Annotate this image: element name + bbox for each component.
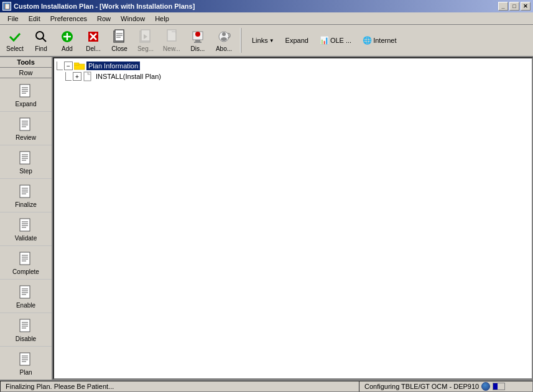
status-left-text: Finalizing Plan. Please Be Patient... xyxy=(6,383,114,390)
review-item-icon xyxy=(17,116,35,133)
menu-preferences[interactable]: Preferences xyxy=(45,14,92,24)
minimize-button[interactable]: _ xyxy=(498,2,508,11)
toolbar-right-buttons: Links ▼ Expand 📊 OLE ... 🌐 Internet xyxy=(248,34,401,47)
tree-root-label[interactable]: Plan Information xyxy=(86,62,140,70)
select-icon xyxy=(7,29,22,44)
svg-point-21 xyxy=(222,32,226,36)
add-label: Add xyxy=(62,45,73,52)
child-doc-icon xyxy=(83,71,93,81)
window-controls: _ □ ✕ xyxy=(498,2,531,11)
status-bar: Finalizing Plan. Please Be Patient... Co… xyxy=(0,380,533,392)
disable-item-label: Disable xyxy=(16,335,36,342)
toolbar-seg-button: Seg... xyxy=(133,26,158,55)
sidebar-item-plan[interactable]: Plan xyxy=(0,347,52,380)
sidebar-tools-header: Tools xyxy=(0,57,52,68)
toolbar-abo-button[interactable]: Abo... xyxy=(211,26,236,55)
expand-item-icon xyxy=(17,82,35,99)
abo-label: Abo... xyxy=(216,45,232,52)
internet-label: Internet xyxy=(373,37,396,44)
svg-rect-38 xyxy=(20,185,30,198)
svg-rect-48 xyxy=(20,252,30,265)
validate-item-label: Validate xyxy=(15,235,37,242)
close-icon xyxy=(112,29,127,44)
seg-label: Seg... xyxy=(137,45,154,52)
sidebar-item-enable[interactable]: Enable xyxy=(0,280,52,313)
svg-point-17 xyxy=(195,32,200,37)
tree-child-connector xyxy=(65,72,72,81)
complete-item-label: Complete xyxy=(12,268,39,275)
tree-root-node[interactable]: − Plan Information xyxy=(57,61,529,71)
maximize-button[interactable]: □ xyxy=(509,2,519,11)
links-button[interactable]: Links ▼ xyxy=(248,34,279,47)
toolbar-select-button[interactable]: Select xyxy=(2,26,27,55)
content-area[interactable]: − Plan Information + I xyxy=(53,57,533,380)
sidebar-item-complete[interactable]: Complete xyxy=(0,246,52,280)
svg-point-22 xyxy=(221,37,227,41)
svg-rect-43 xyxy=(20,219,30,231)
svg-rect-63 xyxy=(20,353,30,365)
disable-item-icon xyxy=(17,317,35,334)
toolbar: Select Find Add Del... xyxy=(0,25,533,57)
ole-button[interactable]: 📊 OLE ... xyxy=(315,34,356,47)
sidebar-item-validate[interactable]: Validate xyxy=(0,212,52,246)
toolbar-close-button[interactable]: Close xyxy=(107,26,132,55)
menu-help[interactable]: Help xyxy=(150,14,174,24)
finalize-item-icon xyxy=(17,183,35,200)
add-icon xyxy=(60,29,75,44)
enable-item-label: Enable xyxy=(16,302,35,309)
svg-rect-69 xyxy=(74,63,79,65)
ole-icon: 📊 xyxy=(320,36,329,45)
tree-view: − Plan Information + I xyxy=(57,61,529,82)
review-item-label: Review xyxy=(16,134,36,141)
toolbar-find-button[interactable]: Find xyxy=(29,26,53,55)
dis-icon xyxy=(190,29,205,44)
toolbar-dis-button[interactable]: Dis... xyxy=(185,26,210,55)
svg-rect-23 xyxy=(20,84,30,97)
status-progress-bar xyxy=(493,383,505,390)
toolbar-separator xyxy=(240,28,241,53)
svg-rect-33 xyxy=(20,152,30,164)
toolbar-delete-button[interactable]: Del... xyxy=(81,26,106,55)
window-title: Custom Installation Plan - [Work with In… xyxy=(14,2,195,10)
links-label: Links xyxy=(252,37,268,44)
tree-child-node[interactable]: + INSTALL(Install Plan) xyxy=(65,71,529,82)
tree-root-connector xyxy=(57,62,63,70)
menu-window[interactable]: Window xyxy=(116,14,150,24)
sidebar-item-review[interactable]: Review xyxy=(0,112,52,145)
sidebar-row-header: Row xyxy=(0,68,52,78)
svg-rect-19 xyxy=(194,42,202,43)
tree-child-label[interactable]: INSTALL(Install Plan) xyxy=(94,72,163,81)
plan-item-icon xyxy=(17,350,35,368)
sidebar-item-expand[interactable]: Expand xyxy=(0,78,52,112)
internet-button[interactable]: 🌐 Internet xyxy=(358,34,401,47)
enable-item-icon xyxy=(17,283,35,301)
menu-row[interactable]: Row xyxy=(92,14,116,24)
svg-rect-28 xyxy=(20,118,30,130)
menu-bar: File Edit Preferences Row Window Help xyxy=(0,12,533,25)
step-item-label: Step xyxy=(19,168,32,175)
tree-root-expand[interactable]: − xyxy=(64,62,73,70)
select-label: Select xyxy=(6,45,24,52)
find-label: Find xyxy=(35,45,47,52)
toolbar-add-button[interactable]: Add xyxy=(55,26,80,55)
close-button[interactable]: ✕ xyxy=(521,2,531,11)
status-left-panel: Finalizing Plan. Please Be Patient... xyxy=(0,381,359,392)
tree-child-expand[interactable]: + xyxy=(73,72,81,81)
menu-edit[interactable]: Edit xyxy=(24,14,45,24)
new-icon xyxy=(164,29,179,44)
links-arrow-icon: ▼ xyxy=(269,38,274,43)
delete-label: Del... xyxy=(86,45,100,52)
expand-label: Expand xyxy=(285,37,308,44)
sidebar-item-disable[interactable]: Disable xyxy=(0,313,52,347)
title-bar: 📋 Custom Installation Plan - [Work with … xyxy=(0,0,533,12)
expand-button[interactable]: Expand xyxy=(281,34,313,47)
app-icon: 📋 xyxy=(2,2,11,11)
validate-item-icon xyxy=(17,216,35,234)
sidebar-item-finalize[interactable]: Finalize xyxy=(0,179,52,212)
sidebar-scroll[interactable]: Expand Review xyxy=(0,78,52,380)
menu-file[interactable]: File xyxy=(2,14,24,24)
sidebar-item-step[interactable]: Step xyxy=(0,145,52,179)
find-icon xyxy=(34,29,49,44)
sidebar: Tools Row Expand xyxy=(0,57,53,380)
toolbar-new-button: New... xyxy=(159,26,184,55)
